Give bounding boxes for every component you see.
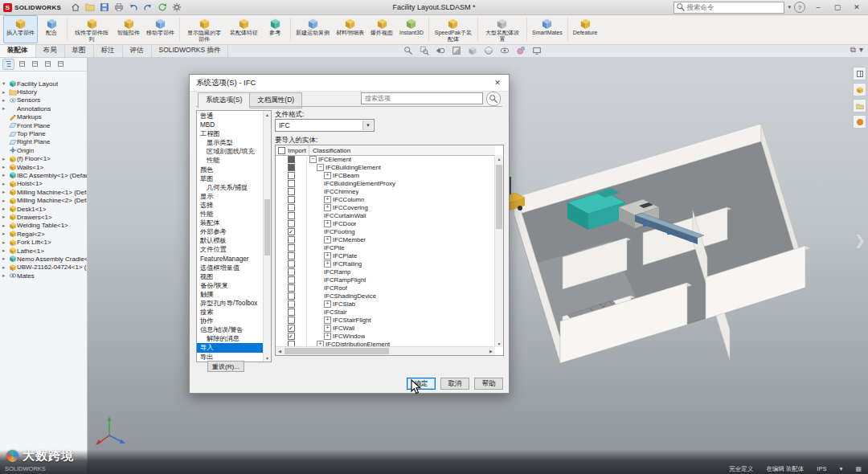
- ribbon-tool-9[interactable]: 材料明细表: [333, 15, 367, 43]
- save-icon[interactable]: [98, 2, 111, 14]
- ribbon-tool-0[interactable]: 插入零部件: [3, 15, 38, 43]
- scroll-up-icon[interactable]: ▲: [264, 111, 271, 118]
- options-category-item[interactable]: 文件位置: [197, 245, 264, 254]
- ribbon-tool-6[interactable]: 装配体特征: [227, 15, 261, 43]
- expand-arrow-icon[interactable]: ▸: [2, 156, 8, 162]
- options-category-item[interactable]: 异型孔向导/Toolbox: [197, 299, 264, 308]
- feature-tree-item[interactable]: Top Plane: [0, 129, 87, 137]
- entity-checkbox[interactable]: [288, 244, 295, 251]
- tree-expander-icon[interactable]: +: [324, 317, 331, 324]
- scrollbar-horizontal[interactable]: ◀ ▶: [276, 346, 495, 355]
- tree-expander-icon[interactable]: +: [324, 172, 331, 179]
- print-icon[interactable]: [113, 2, 125, 14]
- commandmanager-tab-1[interactable]: 布局: [36, 44, 65, 57]
- help-button[interactable]: 帮助: [474, 378, 503, 390]
- ribbon-tool-8[interactable]: 新建运动算例: [293, 15, 333, 43]
- tree-expander-icon[interactable]: +: [324, 333, 331, 340]
- tree-expander-icon[interactable]: +: [324, 196, 331, 203]
- options-category-item[interactable]: 触摸: [197, 290, 264, 299]
- options-category-item[interactable]: MBD: [197, 121, 264, 129]
- entity-checkbox[interactable]: [288, 284, 295, 292]
- feature-tree-item[interactable]: ▸Milling Machine<2> (Defa...: [0, 196, 87, 204]
- entity-checkbox[interactable]: ✓: [288, 228, 295, 235]
- file-explorer-icon[interactable]: [853, 99, 866, 112]
- entity-checkbox[interactable]: [288, 188, 295, 195]
- expand-arrow-icon[interactable]: ▸: [2, 247, 8, 254]
- options-search-input[interactable]: [361, 92, 483, 104]
- scroll-down-icon[interactable]: ▼: [495, 340, 503, 347]
- entity-checkbox[interactable]: [288, 164, 295, 171]
- feature-tree-item[interactable]: ▸Regal<2>: [0, 230, 87, 238]
- ribbon-tool-12[interactable]: SpeedPak子装配体: [431, 15, 476, 43]
- expand-arrow-icon[interactable]: ▾: [2, 80, 8, 87]
- tree-expander-icon[interactable]: +: [324, 260, 331, 268]
- view-settings-icon[interactable]: [530, 45, 543, 56]
- search-icon[interactable]: [486, 92, 501, 106]
- tree-expander-icon[interactable]: +: [324, 236, 331, 243]
- tree-expander-icon[interactable]: +: [324, 300, 331, 308]
- display-style-icon[interactable]: [482, 45, 495, 56]
- section-view-icon[interactable]: [450, 45, 463, 56]
- entity-checkbox[interactable]: [288, 180, 295, 187]
- expand-arrow-icon[interactable]: ▸: [2, 164, 8, 170]
- ok-button[interactable]: 确定: [407, 378, 436, 390]
- entity-checkbox[interactable]: [288, 276, 295, 284]
- expand-arrow-icon[interactable]: ▸: [2, 231, 8, 237]
- feature-tree-item[interactable]: ▸Milling Machine<1> (Defa...: [0, 188, 87, 196]
- previous-view-icon[interactable]: [434, 45, 447, 56]
- expand-arrow-icon[interactable]: ▸: [2, 255, 8, 262]
- commandmanager-tab-2[interactable]: 草图: [65, 44, 94, 57]
- open-icon[interactable]: [84, 2, 96, 14]
- options-category-item[interactable]: 性能: [197, 210, 264, 219]
- scroll-right-icon[interactable]: ▶: [487, 347, 495, 355]
- options-category-item[interactable]: 解除的消息: [197, 334, 264, 343]
- maximize-button[interactable]: ▢: [828, 1, 847, 14]
- scroll-down-icon[interactable]: ▼: [264, 354, 271, 362]
- options-category-item[interactable]: FeatureManager: [197, 255, 264, 264]
- options-category-item[interactable]: 性能: [197, 156, 264, 165]
- options-category-item[interactable]: 显示: [197, 192, 264, 201]
- scrollbar-vertical[interactable]: ▲ ▼: [494, 155, 503, 347]
- options-category-item[interactable]: 显示类型: [197, 138, 264, 147]
- expand-arrow-icon[interactable]: ▸: [2, 181, 8, 187]
- entity-checkbox[interactable]: [288, 236, 295, 243]
- recording-icon[interactable]: [853, 115, 866, 129]
- expand-arrow-icon[interactable]: ▸: [2, 172, 8, 178]
- ribbon-tool-5[interactable]: 显示隐藏的零部件: [182, 15, 227, 43]
- entity-checkbox[interactable]: ✓: [288, 325, 295, 332]
- expand-arrow-icon[interactable]: ▸: [2, 198, 8, 204]
- import-all-checkbox[interactable]: [278, 147, 285, 154]
- property-manager-tab-icon[interactable]: [17, 59, 27, 69]
- configuration-manager-tab-icon[interactable]: [30, 59, 40, 69]
- options-category-item[interactable]: 信息/错误/警告: [197, 325, 264, 334]
- commandmanager-tab-3[interactable]: 标注: [94, 44, 123, 57]
- feature-tree-item[interactable]: Right Plane: [0, 138, 87, 146]
- options-category-item[interactable]: 默认模板: [197, 236, 264, 245]
- options-category-item[interactable]: 选值框增量值: [197, 264, 264, 272]
- options-category-item[interactable]: 协作: [197, 317, 264, 325]
- scroll-left-icon[interactable]: ◀: [276, 347, 284, 355]
- units-caret-icon[interactable]: ▾: [839, 465, 842, 472]
- scrollbar-vertical[interactable]: ▲ ▼: [263, 111, 271, 362]
- feature-tree-item[interactable]: ▸Fork Lift<1>: [0, 238, 87, 246]
- ribbon-tool-1[interactable]: 配合: [38, 15, 65, 43]
- options-category-item[interactable]: 颜色: [197, 165, 264, 174]
- ribbon-tool-4[interactable]: 移动零部件: [143, 15, 178, 43]
- expand-arrow-icon[interactable]: ▸: [2, 105, 8, 112]
- expand-arrow-icon[interactable]: ▸: [2, 239, 8, 246]
- feature-tree-tab-icon[interactable]: [2, 59, 14, 70]
- chevron-down-icon[interactable]: ▾: [788, 4, 791, 10]
- entity-checkbox[interactable]: [288, 317, 295, 324]
- dialog-titlebar[interactable]: 系统选项(S) - IFC ✕: [190, 75, 509, 92]
- zoom-fit-icon[interactable]: [402, 45, 415, 56]
- options-category-item[interactable]: 外部参考: [197, 227, 264, 236]
- feature-tree-item[interactable]: ▸UBW-21162-04724<1> (De...: [0, 264, 87, 272]
- options-category-item[interactable]: 普通: [197, 112, 264, 121]
- tree-expander-icon[interactable]: +: [324, 204, 331, 211]
- feature-tree-item[interactable]: ▸Welding Table<1>: [0, 222, 87, 230]
- pin-icon[interactable]: ⧉: [850, 45, 856, 55]
- help-icon[interactable]: ?: [794, 2, 805, 13]
- feature-tree-item[interactable]: ▸Hoist<1>: [0, 180, 87, 188]
- feature-tree-item[interactable]: ▸History: [0, 88, 87, 96]
- entity-checkbox[interactable]: [288, 309, 295, 316]
